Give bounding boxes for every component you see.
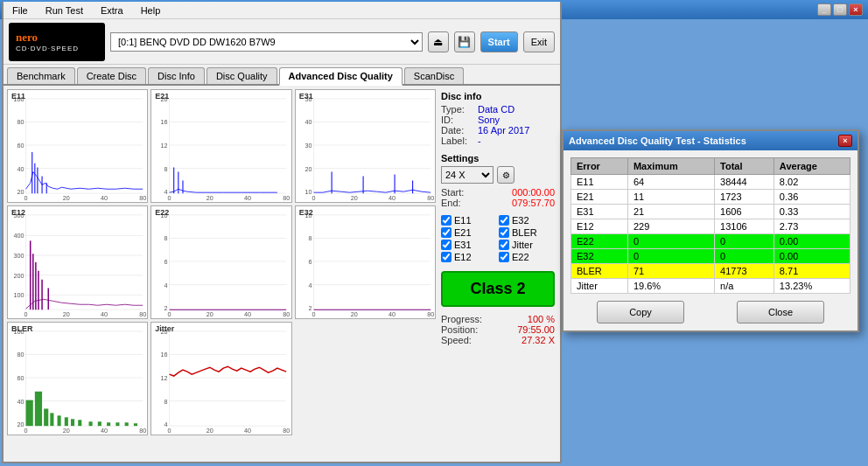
menu-run-test[interactable]: Run Test xyxy=(40,3,88,17)
drive-select[interactable]: [0:1] BENQ DVD DD DW1620 B7W9 xyxy=(110,32,423,52)
svg-text:0: 0 xyxy=(168,195,172,201)
chart-e11-label: E11 xyxy=(11,92,25,101)
cell-total: n/a xyxy=(715,279,774,294)
cb-e22[interactable] xyxy=(499,252,509,262)
cell-average: 2.73 xyxy=(774,219,850,234)
cell-total: 0 xyxy=(715,249,774,264)
svg-text:40: 40 xyxy=(101,428,108,434)
cell-maximum: 19.6% xyxy=(627,279,714,294)
cb-bler-row: BLER xyxy=(499,227,555,238)
save-button[interactable]: 💾 xyxy=(454,31,475,52)
cb-bler[interactable] xyxy=(499,227,509,238)
cell-total: 1606 xyxy=(715,205,774,219)
svg-text:4: 4 xyxy=(164,189,168,195)
cell-error: E11 xyxy=(571,175,628,190)
table-row: E1164384448.02 xyxy=(571,175,850,190)
chart-e11: E11 100 80 60 40 20 0 xyxy=(7,89,148,203)
cell-total: 41773 xyxy=(715,264,774,279)
cell-total: 38444 xyxy=(715,175,774,190)
cb-e22-label: E22 xyxy=(512,252,529,262)
type-label: Type: xyxy=(441,104,474,115)
charts-grid: E11 100 80 60 40 20 0 xyxy=(7,89,436,435)
content-area: E11 100 80 60 40 20 0 xyxy=(4,86,560,439)
cb-e32-row: E32 xyxy=(499,215,555,226)
svg-text:80: 80 xyxy=(427,195,434,201)
svg-text:80: 80 xyxy=(284,428,290,434)
speed-select[interactable]: 24 X xyxy=(441,166,494,184)
chart-e21: E21 20 16 12 8 4 0 20 40 xyxy=(150,89,291,203)
svg-text:6: 6 xyxy=(164,259,168,265)
svg-text:80: 80 xyxy=(284,311,290,317)
svg-text:20: 20 xyxy=(63,311,70,317)
close-button[interactable]: × xyxy=(849,3,863,16)
cb-e21[interactable] xyxy=(441,227,452,238)
stats-title: Advanced Disc Quality Test - Statistics xyxy=(569,136,746,146)
cell-total: 0 xyxy=(715,234,774,249)
svg-text:20: 20 xyxy=(350,195,357,201)
settings-icon-btn[interactable]: ⚙ xyxy=(497,166,514,184)
svg-rect-143 xyxy=(107,422,110,426)
minimize-button[interactable]: _ xyxy=(817,3,831,16)
svg-rect-147 xyxy=(151,323,290,435)
table-row: E22000.00 xyxy=(571,234,850,249)
cell-maximum: 229 xyxy=(627,219,714,234)
settings-section: Settings 24 X ⚙ Start: 000:00.00 End: 07… xyxy=(441,153,555,208)
svg-text:16: 16 xyxy=(161,120,168,126)
tab-disc-info[interactable]: Disc Info xyxy=(148,67,205,84)
svg-rect-140 xyxy=(78,420,81,426)
cb-jitter[interactable] xyxy=(499,240,509,250)
menu-help[interactable]: Help xyxy=(136,3,166,17)
svg-text:60: 60 xyxy=(18,375,24,381)
exit-button[interactable]: Exit xyxy=(523,31,555,52)
cb-e32[interactable] xyxy=(499,215,509,226)
chart-e21-label: E21 xyxy=(155,92,169,101)
tab-bar: Benchmark Create Disc Disc Info Disc Qua… xyxy=(4,65,560,86)
start-button[interactable]: Start xyxy=(480,31,518,52)
position-label: Position: xyxy=(441,324,478,335)
stats-close-icon[interactable]: × xyxy=(838,135,852,147)
svg-text:40: 40 xyxy=(304,120,312,126)
svg-rect-139 xyxy=(71,419,74,426)
svg-rect-146 xyxy=(134,423,137,426)
svg-text:20: 20 xyxy=(18,189,24,195)
cell-maximum: 0 xyxy=(627,234,714,249)
speed-value: 27.32 X xyxy=(522,335,555,345)
svg-text:80: 80 xyxy=(139,195,146,201)
tab-create-disc[interactable]: Create Disc xyxy=(77,67,146,84)
eject-button[interactable]: ⏏ xyxy=(428,31,449,52)
svg-rect-134 xyxy=(35,392,42,426)
svg-text:100: 100 xyxy=(14,292,24,298)
right-panel: Disc info Type: Data CD ID: Sony Date: 1… xyxy=(439,89,556,435)
cb-e11[interactable] xyxy=(441,215,452,226)
cb-e31-label: E31 xyxy=(454,240,472,250)
menu-extra[interactable]: Extra xyxy=(95,3,129,17)
cb-e31[interactable] xyxy=(441,240,452,250)
cb-e12[interactable] xyxy=(441,252,452,262)
menu-file[interactable]: File xyxy=(7,3,33,17)
cell-maximum: 71 xyxy=(627,264,714,279)
table-row: E211117230.36 xyxy=(571,190,850,205)
checkbox-grid: E11 E32 E21 BLER E31 xyxy=(441,215,555,262)
chart-e12: E12 500 400 300 200 100 0 20 xyxy=(7,205,148,319)
maximize-button[interactable]: □ xyxy=(833,3,847,16)
tab-advanced-disc-quality[interactable]: Advanced Disc Quality xyxy=(279,67,402,86)
tab-scan-disc[interactable]: ScanDisc xyxy=(404,67,464,84)
tab-benchmark[interactable]: Benchmark xyxy=(7,67,75,84)
cell-total: 13106 xyxy=(715,219,774,234)
cb-e22-row: E22 xyxy=(499,252,555,262)
disc-info-title: Disc info xyxy=(441,91,555,101)
copy-button[interactable]: Copy xyxy=(597,301,684,323)
tab-disc-quality[interactable]: Disc Quality xyxy=(206,67,277,84)
cell-error: E12 xyxy=(571,219,628,234)
svg-text:10: 10 xyxy=(304,189,312,195)
svg-text:20: 20 xyxy=(206,195,214,201)
svg-text:20: 20 xyxy=(304,166,312,172)
table-row: BLER71417738.71 xyxy=(571,264,850,279)
svg-text:80: 80 xyxy=(139,428,146,434)
col-total: Total xyxy=(715,158,774,175)
id-value: Sony xyxy=(478,115,500,125)
svg-rect-142 xyxy=(98,421,102,426)
close-button[interactable]: Close xyxy=(737,301,824,323)
type-value: Data CD xyxy=(478,104,514,115)
svg-rect-136 xyxy=(50,413,53,426)
